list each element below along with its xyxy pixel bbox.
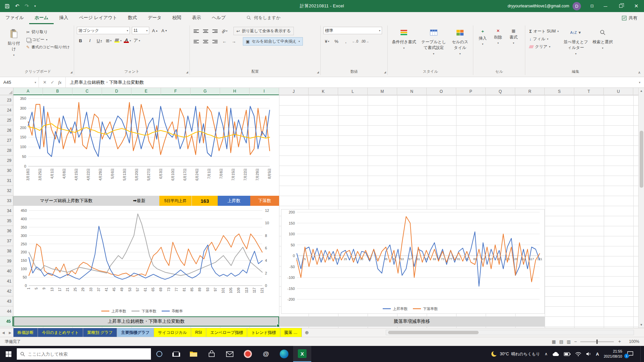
taskbar-clock[interactable]: 21:55 2021/08/10	[604, 349, 622, 359]
ribbon-tab-0[interactable]: ファイル	[0, 12, 29, 24]
column-header-B[interactable]: B	[43, 88, 72, 95]
merge-center-button[interactable]: ▣ セルを結合して中央揃え ▾	[243, 37, 303, 46]
align-center-icon[interactable]	[202, 38, 209, 45]
number-format-combo[interactable]: 標準▾	[323, 27, 382, 34]
sheet-tab-2[interactable]: 業種別 グラフ	[83, 328, 117, 337]
comma-button[interactable]: ,	[342, 38, 350, 45]
column-header-T[interactable]: T	[574, 88, 604, 95]
dialog-launcher-icon[interactable]: ◢	[317, 71, 319, 74]
mail-button[interactable]	[221, 346, 239, 362]
sheet-tab-1[interactable]: 今日のまとめサイト	[38, 328, 83, 337]
column-header-D[interactable]: D	[102, 88, 131, 95]
ribbon-tab-6[interactable]: 校閲	[167, 12, 187, 24]
taskbar-search-input[interactable]	[28, 352, 148, 357]
column-header-N[interactable]: N	[397, 88, 427, 95]
sheet-tab-6[interactable]: エンベロープ指標	[206, 328, 247, 337]
copy-button[interactable]: コピー▾	[25, 36, 71, 44]
save-icon[interactable]	[5, 4, 10, 9]
dialog-launcher-icon[interactable]: ◢	[70, 71, 72, 74]
orientation-button[interactable]: ab▾	[221, 27, 228, 35]
share-button[interactable]: 共有	[615, 15, 644, 24]
sheet-nav-left-icon[interactable]: ◀	[0, 328, 7, 337]
row-header-39[interactable]: 39	[0, 256, 13, 266]
row-header-40[interactable]: 40	[0, 266, 13, 276]
normal-view-icon[interactable]: ▦	[552, 339, 556, 344]
column-header-A[interactable]: A	[13, 88, 43, 95]
onedrive-cloud-icon[interactable]	[552, 352, 559, 356]
weather-widget[interactable]: 30°C 晴れのちくもり	[491, 351, 540, 357]
increase-decimal-button[interactable]: ←.0	[352, 38, 359, 45]
undo-icon[interactable]: ↶	[15, 3, 19, 9]
conditional-formatting-button[interactable]: 条件付き書式 ▾	[390, 27, 418, 50]
row-header-25[interactable]: 25	[0, 115, 13, 125]
insert-function-icon[interactable]: fx	[58, 80, 61, 85]
vertical-scrollbar[interactable]: ▲ ▼	[638, 88, 644, 328]
task-view-button[interactable]	[168, 346, 184, 362]
row-header-26[interactable]: 26	[0, 125, 13, 135]
sheet-tab-7[interactable]: トレンド指標	[247, 328, 280, 337]
ribbon-tab-4[interactable]: 数式	[122, 12, 142, 24]
find-select-button[interactable]: 検索と選択 ▾	[592, 27, 614, 50]
sheet-tab-5[interactable]: RSI	[191, 328, 206, 337]
formula-input[interactable]: 上昇率上位銘柄数・下降率上位変動数	[66, 77, 635, 87]
phonetic-guide-button[interactable]: ア▾	[133, 37, 141, 44]
currency-button[interactable]: ¥▾	[323, 38, 331, 45]
sheet-tab-8[interactable]: 騰落 …	[280, 328, 302, 337]
row-header-41[interactable]: 41	[0, 276, 13, 286]
cortana-button[interactable]	[151, 346, 168, 362]
column-header-M[interactable]: M	[368, 88, 397, 95]
redo-icon[interactable]: ↷	[25, 3, 29, 9]
row-header-42[interactable]: 42	[0, 286, 13, 296]
decrease-decimal-button[interactable]: .00→	[361, 38, 369, 45]
ribbon-display-options-icon[interactable]: ⊡	[586, 4, 598, 8]
decrease-font-icon[interactable]: A▼	[161, 27, 168, 34]
align-right-icon[interactable]	[211, 38, 219, 45]
row-header-23[interactable]: 23	[0, 95, 13, 105]
action-center-button[interactable]: 1	[627, 351, 636, 357]
start-button[interactable]	[0, 346, 17, 362]
italic-button[interactable]: I	[86, 37, 94, 44]
new-sheet-button[interactable]: ⊕	[302, 328, 312, 337]
red-app-button[interactable]	[239, 346, 257, 362]
row-header-45[interactable]: 45	[0, 316, 13, 326]
dialog-launcher-icon[interactable]: ◢	[186, 71, 188, 74]
column-header-P[interactable]: P	[456, 88, 486, 95]
ribbon-tab-5[interactable]: データ	[142, 12, 167, 24]
increase-font-icon[interactable]: A▲	[151, 27, 159, 34]
fill-button[interactable]: ↓フィル▾	[528, 35, 560, 43]
row-header-24[interactable]: 24	[0, 105, 13, 115]
ribbon-tab-8[interactable]: ヘルプ	[207, 12, 231, 24]
formula-bar-expand-icon[interactable]: ▾	[635, 77, 644, 87]
row-header-30[interactable]: 30	[0, 166, 13, 176]
row-header-33[interactable]: 33	[0, 196, 13, 206]
zoom-slider[interactable]	[580, 341, 614, 342]
dialog-launcher-icon[interactable]: ◢	[384, 71, 386, 74]
chart-updown-transition[interactable]: -200-150-100-500501001502001591317212529…	[281, 209, 545, 314]
format-as-table-button[interactable]: テーブルとして書式設定 ▾	[420, 27, 448, 56]
sheet-nav-right-icon[interactable]: ▶	[7, 328, 13, 337]
column-header-L[interactable]: L	[338, 88, 368, 95]
row-header-27[interactable]: 27	[0, 135, 13, 145]
column-header-Q[interactable]: Q	[486, 88, 515, 95]
taskbar-search[interactable]	[17, 348, 151, 360]
row-header-34[interactable]: 34	[0, 206, 13, 216]
sort-filter-button[interactable]: A↕Z ▼ 並べ替えとフィルター ▾	[562, 27, 590, 56]
row-header-35[interactable]: 35	[0, 216, 13, 226]
format-cells-button[interactable]: ▦ 書式 ▾	[507, 27, 520, 46]
sheet-tab-3[interactable]: 主要指標グラフ	[117, 328, 154, 337]
column-header-U[interactable]: U	[604, 88, 633, 95]
name-box-caret-icon[interactable]: ▾	[32, 77, 39, 87]
row-header-37[interactable]: 37	[0, 236, 13, 246]
ribbon-tab-1[interactable]: ホーム	[29, 12, 54, 24]
sheet-tab-0[interactable]: 株価診断	[13, 328, 38, 337]
clear-button[interactable]: クリア▾	[528, 43, 560, 51]
zoom-in-icon[interactable]: ＋	[617, 339, 622, 345]
align-left-icon[interactable]	[193, 38, 200, 45]
column-header-C[interactable]: C	[72, 88, 102, 95]
row-header-38[interactable]: 38	[0, 246, 13, 256]
ribbon-tab-3[interactable]: ページ レイアウト	[73, 12, 122, 24]
percent-button[interactable]: %	[333, 38, 340, 45]
chart-ratio-divergence[interactable]: 0501001502002503003504004500246810121591…	[15, 208, 274, 316]
ime-mode[interactable]: A	[596, 352, 599, 357]
cell-styles-button[interactable]: セルのスタイル ▾	[450, 27, 470, 56]
